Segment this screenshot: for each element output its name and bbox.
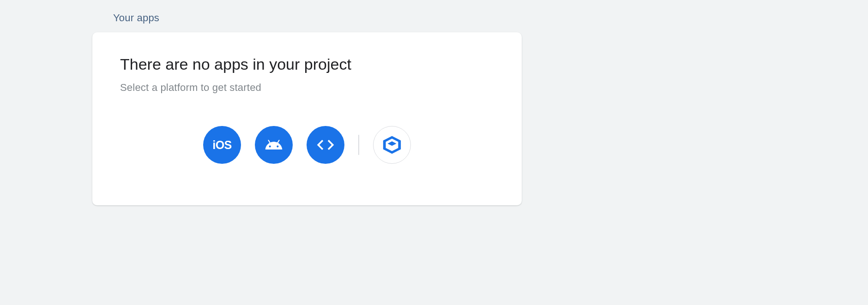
- platform-row: iOS: [120, 126, 494, 164]
- platform-web-button[interactable]: [307, 126, 344, 164]
- platform-ios-button[interactable]: iOS: [203, 126, 241, 164]
- android-icon: [265, 136, 283, 154]
- your-apps-section: Your apps There are no apps in your proj…: [0, 0, 868, 205]
- section-title: Your apps: [92, 0, 776, 32]
- platform-android-button[interactable]: [255, 126, 293, 164]
- platform-unity-button[interactable]: [373, 126, 411, 164]
- divider: [358, 135, 359, 155]
- apps-card: There are no apps in your project Select…: [92, 32, 522, 205]
- empty-state-subtext: Select a platform to get started: [120, 82, 494, 94]
- ios-icon: iOS: [212, 138, 232, 152]
- code-icon: [315, 135, 336, 155]
- empty-state-heading: There are no apps in your project: [120, 55, 494, 73]
- unity-icon: [381, 134, 403, 155]
